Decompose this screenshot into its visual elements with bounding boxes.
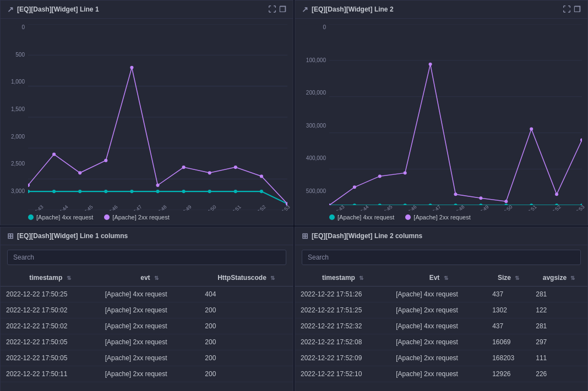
svg-point-9: [78, 190, 81, 193]
widget-columns1: ⊞ [EQ][Dash][Widget] Line 1 columns time…: [0, 227, 293, 391]
legend-purple-line2: [Apache] 2xx request: [405, 214, 470, 221]
table-row: 2022-12-22 17:52:10[Apache] 2xx request1…: [295, 366, 587, 382]
svg-point-54: [530, 128, 533, 131]
svg-point-22: [130, 66, 133, 69]
table-row: 2022-12-22 17:52:08[Apache] 2xx request1…: [295, 334, 587, 350]
chart-legend-line1: [Apache] 4xx request [Apache] 2xx reques…: [1, 211, 293, 225]
widget-columns1-header: ⊞ [EQ][Dash][Widget] Line 1 columns: [1, 227, 293, 245]
svg-point-49: [404, 171, 407, 174]
svg-point-19: [52, 152, 56, 156]
table-row: 2022-12-22 17:51:26[Apache] 4xx request4…: [295, 287, 587, 302]
table-icon-columns2: ⊞: [302, 232, 308, 240]
svg-point-14: [208, 190, 211, 193]
table-container-columns1: timestamp ⇅ evt ⇅ HttpStatuscode ⇅ 2022-…: [1, 269, 293, 391]
sort-icon-evt2[interactable]: ⇅: [444, 275, 448, 281]
y-axis-line1: 3,000 2,500 2,000 1,500 1,000 500 0: [1, 24, 27, 194]
svg-point-56: [580, 139, 582, 142]
table-header-row-columns2: timestamp ⇅ Evt ⇅ Size ⇅ avgsize ⇅: [295, 269, 587, 287]
legend-dot-teal-line2: [329, 214, 335, 220]
chart-svg-line1: [28, 24, 287, 210]
svg-point-24: [182, 166, 186, 169]
svg-point-15: [234, 190, 237, 193]
table-row: 2022-12-22 17:52:09[Apache] 2xx request1…: [295, 350, 587, 366]
table-icon-columns1: ⊞: [7, 232, 14, 240]
col-header-status1: HttpStatuscode ⇅: [199, 269, 293, 287]
legend-purple-label-line2: [Apache] 2xx request: [413, 214, 470, 221]
widget-line2-header: ↗ [EQ][Dash][Widget] Line 2 ⛶ ❐: [295, 1, 587, 19]
widget-columns2: ⊞ [EQ][Dash][Widget] Line 2 columns time…: [295, 227, 588, 391]
legend-teal-line2: [Apache] 4xx request: [329, 214, 394, 221]
svg-point-25: [208, 171, 211, 174]
widget-line2: ↗ [EQ][Dash][Widget] Line 2 ⛶ ❐ 500,000 …: [295, 0, 588, 225]
svg-point-47: [353, 185, 356, 189]
legend-purple-line1: [Apache] 2xx request: [104, 214, 169, 221]
copy-icon-line1[interactable]: ❐: [279, 5, 286, 14]
svg-point-23: [156, 184, 159, 187]
svg-point-26: [234, 166, 237, 169]
legend-teal-line1: [Apache] 4xx request: [28, 214, 93, 221]
chart-icon-line1: ↗: [7, 5, 14, 14]
svg-point-12: [156, 190, 159, 193]
search-input-columns1[interactable]: [7, 250, 286, 265]
sort-icon-status1[interactable]: ⇅: [270, 275, 275, 281]
sort-icon-evt1[interactable]: ⇅: [154, 275, 159, 281]
x-axis-line2: 17:43 17:44 17:45 17:46 17:47 17:48 17:4…: [329, 194, 582, 211]
legend-dot-purple-line1: [104, 214, 110, 220]
widget-line1-actions: ⛶ ❐: [268, 5, 286, 14]
widget-line1-header: ↗ [EQ][Dash][Widget] Line 1 ⛶ ❐: [1, 1, 293, 19]
svg-point-48: [378, 174, 382, 178]
widget-columns1-title: [EQ][Dash][Widget] Line 1 columns: [17, 232, 128, 240]
widget-line1-title: [EQ][Dash][Widget] Line 1: [17, 5, 99, 13]
chart-area-line1: 3,000 2,500 2,000 1,500 1,000 500 0: [1, 19, 293, 211]
svg-point-20: [78, 171, 81, 174]
dashboard: ↗ [EQ][Dash][Widget] Line 1 ⛶ ❐ 3,000 2,…: [0, 0, 588, 391]
svg-point-50: [429, 63, 432, 66]
table-columns1: timestamp ⇅ evt ⇅ HttpStatuscode ⇅ 2022-…: [1, 269, 293, 382]
table-row: 2022-12-22 17:50:02[Apache] 2xx request2…: [1, 318, 293, 334]
widget-columns2-header: ⊞ [EQ][Dash][Widget] Line 2 columns: [295, 227, 587, 245]
svg-point-21: [104, 159, 107, 162]
legend-dot-purple-line2: [405, 214, 411, 220]
svg-point-13: [182, 190, 186, 193]
chart-legend-line2: [Apache] 4xx request [Apache] 2xx reques…: [295, 211, 587, 225]
table-row: 2022-12-22 17:50:11[Apache] 2xx request2…: [1, 366, 293, 382]
chart-icon-line2: ↗: [302, 5, 308, 14]
legend-teal-label-line2: [Apache] 4xx request: [337, 214, 394, 221]
expand-icon-line2[interactable]: ⛶: [563, 5, 570, 14]
chart-area-line2: 500,000 400,000 300,000 200,000 100,000 …: [295, 19, 587, 211]
widget-line2-title: [EQ][Dash][Widget] Line 2: [312, 5, 394, 13]
widget-line2-actions: ⛶ ❐: [563, 5, 581, 14]
svg-point-27: [260, 174, 263, 178]
legend-purple-label-line1: [Apache] 2xx request: [112, 214, 169, 221]
y-axis-line2: 500,000 400,000 300,000 200,000 100,000 …: [295, 24, 328, 194]
copy-icon-line2[interactable]: ❐: [574, 5, 581, 14]
sort-icon-size2[interactable]: ⇅: [515, 275, 519, 281]
col-header-evt2: Evt ⇅: [390, 269, 487, 287]
search-input-columns2[interactable]: [302, 250, 581, 265]
table-row: 2022-12-22 17:50:25[Apache] 4xx request4…: [1, 287, 293, 302]
svg-point-11: [130, 190, 133, 193]
table-columns2: timestamp ⇅ Evt ⇅ Size ⇅ avgsize ⇅ 2022-…: [295, 269, 587, 382]
table-row: 2022-12-22 17:50:05[Apache] 2xx request2…: [1, 350, 293, 366]
table-container-columns2: timestamp ⇅ Evt ⇅ Size ⇅ avgsize ⇅ 2022-…: [295, 269, 587, 391]
col-header-avgsize2: avgsize ⇅: [530, 269, 587, 287]
table-row: 2022-12-22 17:52:32[Apache] 4xx request4…: [295, 318, 587, 334]
expand-icon-line1[interactable]: ⛶: [268, 5, 276, 14]
widget-columns2-title: [EQ][Dash][Widget] Line 2 columns: [312, 232, 422, 240]
svg-point-7: [28, 190, 30, 193]
legend-dot-teal-line1: [28, 214, 34, 220]
sort-icon-ts2[interactable]: ⇅: [359, 275, 363, 281]
col-header-evt1: evt ⇅: [100, 269, 200, 287]
x-axis-line1: 17:43 17:44 17:45 17:46 17:47 17:48 17:4…: [28, 194, 287, 211]
sort-icon-avgsize2[interactable]: ⇅: [570, 275, 575, 281]
svg-point-10: [104, 190, 107, 193]
svg-point-8: [52, 190, 56, 193]
table-row: 2022-12-22 17:51:25[Apache] 2xx request1…: [295, 302, 587, 318]
chart-svg-line2: [329, 24, 582, 205]
col-header-timestamp2: timestamp ⇅: [295, 269, 390, 287]
col-header-size2: Size ⇅: [487, 269, 530, 287]
table-row: 2022-12-22 17:50:02[Apache] 2xx request2…: [1, 302, 293, 318]
sort-icon-ts1[interactable]: ⇅: [67, 275, 71, 281]
widget-line1: ↗ [EQ][Dash][Widget] Line 1 ⛶ ❐ 3,000 2,…: [0, 0, 293, 225]
table-header-row-columns1: timestamp ⇅ evt ⇅ HttpStatuscode ⇅: [1, 269, 293, 287]
